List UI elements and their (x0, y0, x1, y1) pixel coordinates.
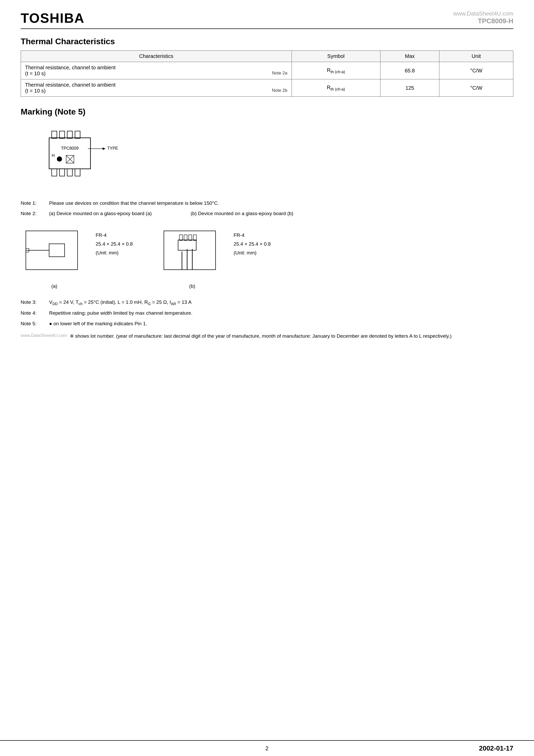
svg-rect-1 (60, 131, 65, 138)
svg-marker-11 (103, 148, 105, 150)
svg-rect-3 (75, 131, 80, 138)
svg-rect-0 (52, 131, 57, 138)
ic-package-svg: TPC8009 TYPE H (36, 128, 124, 185)
page-header: TOSHIBA www.DataSheet4U.com TPC8009-H (21, 10, 513, 29)
board-diagrams: (a) FR-4 25.4 × 25.4 × 0.8 (Unit: mm) (21, 226, 513, 291)
watermark-url: www.DataSheet4U.com (453, 10, 513, 17)
note-5: Note 5: ● on lower left of the marking i… (21, 320, 513, 328)
note-2-content: (a) Device mounted on a glass-epoxy boar… (49, 209, 513, 218)
thermal-section: Thermal Characteristics Characteristics … (21, 37, 513, 97)
footer-right: 2002-01-17 (349, 744, 513, 752)
table-header-max: Max (380, 51, 440, 62)
board-b-type: FR-4 (234, 231, 271, 240)
board-a-label: (a) (21, 282, 88, 290)
board-a-svg (21, 226, 88, 278)
svg-text:H: H (52, 153, 55, 158)
footer-page-number: 2 (185, 745, 349, 752)
board-a-info: FR-4 25.4 × 25.4 × 0.8 (Unit: mm) (95, 226, 133, 257)
svg-rect-5 (52, 169, 57, 176)
board-b-info: FR-4 25.4 × 25.4 × 0.8 (Unit: mm) (234, 226, 271, 257)
footer-date: 2002-01-17 (479, 744, 513, 752)
note-3-label: Note 3: (21, 298, 46, 307)
svg-rect-27 (179, 235, 182, 240)
table-cell-max-2: 125 (380, 79, 440, 97)
table-cell-unit-2: °C/W (440, 79, 513, 97)
header-right: www.DataSheet4U.com TPC8009-H (453, 10, 513, 25)
svg-rect-28 (184, 235, 187, 240)
table-cell-symbol-1: Rth (ch-a) (292, 62, 380, 79)
note-4-content: Repetitive rating; pulse width limited b… (49, 309, 513, 317)
watermark-note-prefix: www.DataSheet4U.com (21, 332, 67, 340)
board-b-svg-container: (b) (159, 226, 226, 291)
note-5-label: Note 5: (21, 320, 46, 328)
model-number: TPC8009-H (453, 17, 513, 25)
notes-section: Note 1: Please use devices on condition … (21, 199, 513, 340)
svg-rect-29 (189, 235, 192, 240)
note-3: Note 3: VDD = 24 V, Tch = 25°C (initial)… (21, 298, 513, 307)
board-b-size: 25.4 × 25.4 × 0.8 (234, 240, 271, 249)
board-a-size: 25.4 × 25.4 × 0.8 (95, 240, 133, 249)
svg-rect-6 (60, 169, 65, 176)
board-b-svg (159, 226, 226, 278)
note-2-label: Note 2: (21, 209, 46, 218)
table-cell-char-1: Thermal resistance, channel to ambient (… (21, 62, 292, 79)
svg-point-14 (57, 156, 62, 162)
board-a-svg-container: (a) (21, 226, 88, 291)
svg-rect-2 (67, 131, 72, 138)
table-header-characteristics: Characteristics (21, 51, 292, 62)
board-a-type: FR-4 (95, 231, 133, 240)
board-b-unit: (Unit: mm) (234, 249, 271, 257)
svg-rect-7 (67, 169, 72, 176)
svg-rect-8 (75, 169, 80, 176)
note-4: Note 4: Repetitive rating; pulse width l… (21, 309, 513, 317)
note-3-content: VDD = 24 V, Tch = 25°C (initial), L = 1.… (49, 298, 513, 307)
watermark-note-content: ※ shows lot number. (year of manufacture… (70, 332, 513, 340)
thermal-section-title: Thermal Characteristics (21, 37, 513, 46)
board-a-diagram: (a) FR-4 25.4 × 25.4 × 0.8 (Unit: mm) (21, 226, 133, 291)
marking-diagram: TPC8009 TYPE H (36, 128, 124, 186)
table-row: Thermal resistance, channel to ambient (… (21, 79, 513, 97)
svg-rect-19 (49, 244, 65, 257)
note-1-content: Please use devices on condition that the… (49, 199, 513, 207)
table-cell-max-1: 65.8 (380, 62, 440, 79)
table-header-symbol: Symbol (292, 51, 380, 62)
table-cell-unit-1: °C/W (440, 62, 513, 79)
board-a-unit: (Unit: mm) (95, 249, 133, 257)
table-cell-symbol-2: Rth (ch-a) (292, 79, 380, 97)
table-header-unit: Unit (440, 51, 513, 62)
svg-text:TPC8009: TPC8009 (61, 146, 79, 150)
table-cell-char-2: Thermal resistance, channel to ambient (… (21, 79, 292, 97)
board-b-label: (b) (159, 282, 226, 290)
marking-section-title: Marking (Note 5) (21, 107, 513, 117)
company-logo: TOSHIBA (21, 10, 85, 26)
table-row: Thermal resistance, channel to ambient (… (21, 62, 513, 79)
page-footer: 2 2002-01-17 (0, 740, 534, 756)
note-5-content: ● on lower left of the marking indicates… (49, 320, 513, 328)
note-2: Note 2: (a) Device mounted on a glass-ep… (21, 209, 513, 218)
note-1: Note 1: Please use devices on condition … (21, 199, 513, 207)
svg-rect-4 (49, 138, 91, 169)
board-b-diagram: (b) FR-4 25.4 × 25.4 × 0.8 (Unit: mm) (159, 226, 271, 291)
thermal-table: Characteristics Symbol Max Unit Thermal … (21, 50, 513, 97)
svg-rect-26 (178, 240, 196, 250)
note-4-label: Note 4: (21, 309, 46, 317)
note-1-label: Note 1: (21, 199, 46, 207)
watermark-note-line: www.DataSheet4U.com ※ shows lot number. … (21, 332, 513, 340)
marking-section: Marking (Note 5) TPC8009 TYPE H (21, 107, 513, 194)
svg-rect-30 (193, 235, 197, 240)
svg-text:TYPE: TYPE (107, 146, 118, 150)
